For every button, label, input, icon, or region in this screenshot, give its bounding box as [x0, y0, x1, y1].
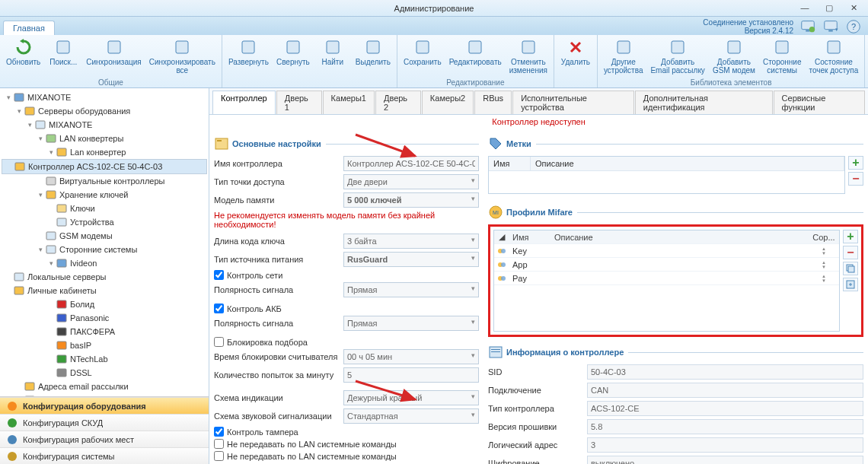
nav-icon	[6, 434, 18, 446]
mifare-row[interactable]: App▲▼	[494, 258, 839, 272]
ribbon-состояние-точек-доступа[interactable]: Состояние точек доступа	[806, 37, 862, 78]
monitor-info-icon[interactable]	[799, 18, 816, 35]
indication-select[interactable]	[343, 390, 479, 405]
maximize-button[interactable]: ▢	[818, 2, 841, 14]
ribbon-свернуть[interactable]: Свернуть	[273, 37, 313, 86]
tab-3[interactable]: Дверь 2	[375, 91, 421, 114]
tree-node[interactable]: ▾Серверы оборудования	[2, 104, 207, 118]
ribbon-добавить-gsm-модем[interactable]: Добавить GSM модем	[710, 37, 758, 78]
no-lan-commands1-checkbox[interactable]: Не передавать по LAN системные команды	[214, 439, 479, 449]
tree-node[interactable]: Виртуальные контроллеры	[2, 174, 207, 188]
monitor-settings-icon[interactable]: ▾	[822, 18, 839, 35]
bruteforce-block-checkbox[interactable]: Блокировка подбора	[214, 337, 479, 347]
memory-model-select[interactable]	[343, 192, 479, 208]
ribbon-синхронизировать-все[interactable]: Синхронизировать все	[146, 37, 219, 78]
ribbon-сторонние-системы[interactable]: Сторонние системы	[760, 37, 805, 78]
mifare-col-cor[interactable]: Cop...	[809, 233, 839, 242]
mifare-grid[interactable]: ◢ Имя Описание Cop... Key▲▼App▲▼Pay▲▼	[493, 230, 840, 332]
tab-2[interactable]: Камеры1	[323, 91, 375, 114]
tree-node[interactable]: ▾Ivideon	[2, 256, 207, 270]
tree-node[interactable]: ▾Хранение ключей	[2, 188, 207, 202]
signal-polarity1-select[interactable]	[343, 282, 479, 297]
tab-4[interactable]: Камеры2	[422, 91, 474, 114]
attempts-input[interactable]	[343, 367, 479, 383]
labels-add-button[interactable]: +	[848, 156, 863, 170]
tree-node[interactable]: DSSL	[2, 366, 207, 380]
ribbon-редактировать[interactable]: Редактировать	[446, 37, 505, 78]
labels-grid[interactable]: Имя Описание	[488, 156, 845, 194]
ribbon-выделить[interactable]: Выделить	[353, 37, 394, 86]
tree-node[interactable]: Panasonic	[2, 311, 207, 325]
tree-node[interactable]: Устройства	[2, 215, 207, 229]
ribbon-другие-устройства[interactable]: Другие устройства	[601, 37, 646, 78]
tab-8[interactable]: Сервисные функции	[774, 91, 865, 114]
mifare-copy-button[interactable]	[843, 262, 858, 275]
tab-7[interactable]: Дополнительная идентификация	[635, 91, 773, 114]
ribbon-добавить-email-рассылку[interactable]: Добавить Email рассылку	[647, 37, 707, 78]
tree-node[interactable]: ▾LAN конвертеры	[2, 132, 207, 145]
tree-node[interactable]: basIP	[2, 338, 207, 352]
tree-node[interactable]: Ключи	[2, 202, 207, 215]
tree-node[interactable]: Локальные серверы	[2, 270, 207, 284]
network-control-checkbox[interactable]: Контроль сети	[214, 270, 479, 280]
ribbon-синхронизация[interactable]: Синхронизация	[83, 37, 144, 78]
tree-node[interactable]: NTechLab	[2, 352, 207, 366]
tree-node[interactable]: ▾Lan конвертер	[2, 145, 207, 159]
info-value	[587, 437, 863, 453]
nav-button[interactable]: Конфигурация системы	[0, 447, 209, 464]
controller-name-input[interactable]	[343, 156, 479, 171]
tab-1[interactable]: Дверь 1	[276, 91, 322, 114]
help-icon[interactable]: ?	[845, 18, 862, 35]
block-time-input[interactable]	[343, 349, 479, 364]
access-point-type-select[interactable]	[343, 174, 479, 189]
minimize-button[interactable]: ―	[793, 2, 816, 14]
ribbon-найти[interactable]: Найти	[314, 37, 351, 86]
mifare-add-button[interactable]: +	[843, 230, 858, 243]
tree-node[interactable]: ПАКСФЕРА	[2, 325, 207, 338]
ribbon-обновить[interactable]: Обновить	[3, 37, 43, 78]
mifare-paste-button[interactable]	[843, 278, 858, 291]
nav-icon	[6, 417, 18, 429]
tree-node[interactable]: ▾Сторонние системы	[2, 243, 207, 256]
tree-node[interactable]: ▾MIXANOTE	[2, 118, 207, 132]
no-lan-commands2-checkbox[interactable]: Не передавать по LAN системные команды	[214, 451, 479, 461]
nav-button[interactable]: Конфигурация СКУД	[0, 414, 209, 431]
tree-node[interactable]: Адреса email рассылки	[2, 380, 207, 393]
key-length-select[interactable]	[343, 234, 479, 249]
tree-node[interactable]: Личные кабинеты	[2, 284, 207, 297]
close-button[interactable]: ✕	[842, 2, 865, 14]
tree-node[interactable]: ▾MIXANOTE	[2, 91, 207, 104]
ribbon-развернуть[interactable]: Развернуть	[225, 37, 272, 86]
akb-control-checkbox[interactable]: Контроль АКБ	[214, 304, 479, 313]
info-label: Логический адрес	[488, 440, 587, 450]
tree-label: Ivideon	[70, 259, 97, 268]
tab-5[interactable]: RBus	[474, 91, 512, 114]
ribbon-удалить[interactable]: Удалить	[557, 37, 594, 86]
mifare-row[interactable]: Pay▲▼	[494, 272, 839, 285]
tree-node[interactable]: Контроллер ACS-102-CE 50-4C-03	[2, 159, 207, 174]
ribbon-поиск-[interactable]: Поиск...	[45, 37, 81, 78]
ribbon-сохранить[interactable]: Сохранить	[400, 37, 445, 78]
tree-node[interactable]: GSM модемы	[2, 229, 207, 243]
nav-button[interactable]: Конфигурация рабочих мест	[0, 431, 209, 447]
mifare-remove-button[interactable]: −	[843, 246, 858, 259]
device-tree[interactable]: ▾MIXANOTE▾Серверы оборудования▾MIXANOTE▾…	[0, 88, 209, 396]
ribbon-tab-main[interactable]: Главная	[3, 21, 55, 35]
tab-6[interactable]: Исполнительные устройства	[512, 91, 634, 114]
nav-button[interactable]: Конфигурация оборудования	[0, 397, 209, 414]
svg-rect-63	[848, 266, 854, 272]
signal-polarity2-select[interactable]	[343, 316, 479, 331]
mifare-col-name[interactable]: Имя	[509, 233, 551, 242]
mifare-col-desc[interactable]: Описание	[551, 233, 809, 242]
labels-col-name[interactable]: Имя	[489, 157, 531, 170]
tree-label: Личные кабинеты	[27, 286, 97, 295]
tamper-control-checkbox[interactable]: Контроль тампера	[214, 427, 479, 437]
tab-0[interactable]: Контроллер	[212, 91, 276, 114]
sound-scheme-select[interactable]	[343, 408, 479, 424]
labels-remove-button[interactable]: −	[848, 172, 863, 186]
mifare-row[interactable]: Key▲▼	[494, 244, 839, 258]
tree-node[interactable]: Болид	[2, 297, 207, 311]
ribbon-отменить-изменения[interactable]: Отменить изменения	[506, 37, 550, 78]
labels-col-desc[interactable]: Описание	[531, 157, 844, 170]
power-source-select[interactable]	[343, 252, 479, 267]
